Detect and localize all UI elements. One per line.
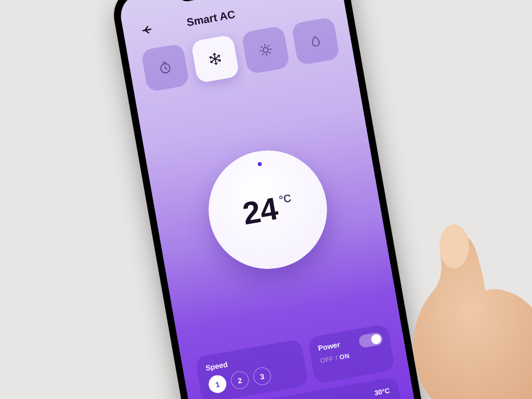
phone-frame: Smart AC (109, 0, 426, 399)
mode-dry[interactable] (291, 17, 340, 66)
toggle-knob (370, 333, 382, 345)
temperature-dial-area: 24 °C (150, 71, 385, 348)
speed-option-1[interactable]: 1 (207, 374, 228, 395)
temperature-readout: 24 °C (240, 190, 295, 230)
power-card: Power OFF/ON (307, 324, 395, 384)
arrow-left-icon (139, 23, 154, 37)
temp-slider-max: 30°C (374, 386, 391, 397)
droplet-icon (307, 33, 323, 49)
dial-indicator-dot (258, 162, 262, 166)
speed-option-3[interactable]: 3 (252, 366, 272, 387)
mode-timer[interactable] (141, 43, 190, 93)
svg-point-1 (263, 47, 268, 53)
app-screen: Smart AC (117, 0, 418, 399)
svg-point-2 (439, 224, 469, 268)
speed-option-2[interactable]: 2 (230, 370, 250, 391)
sun-icon (257, 41, 274, 59)
power-off-label: OFF (320, 355, 334, 365)
temperature-unit: °C (278, 193, 292, 205)
power-toggle[interactable] (358, 332, 384, 348)
mode-heat[interactable] (241, 26, 290, 75)
speed-card: Speed 1 2 3 (195, 339, 309, 399)
timer-icon (157, 59, 174, 76)
back-button[interactable] (136, 19, 158, 41)
snowflake-icon (207, 50, 224, 67)
power-on-label: ON (339, 352, 350, 361)
mode-cool[interactable] (191, 34, 240, 84)
temperature-value: 24 (240, 192, 280, 229)
